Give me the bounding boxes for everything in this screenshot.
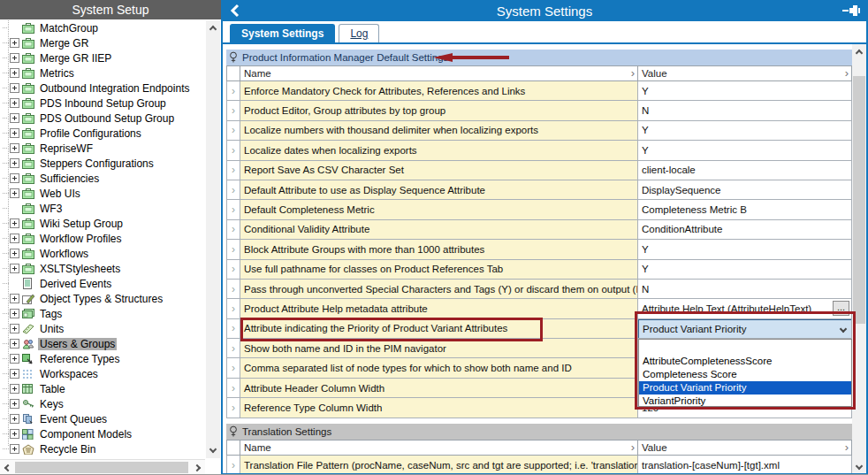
setting-value-cell[interactable]: N [638, 280, 852, 299]
row-expander-icon[interactable]: › [226, 358, 240, 378]
tree-item-pds-inbound-setup-group[interactable]: PDS Inbound Setup Group [0, 96, 205, 111]
setting-name-cell[interactable]: Enforce Mandatory Check for Attributes, … [240, 81, 638, 101]
setting-name-cell[interactable]: Use full pathname for classes on Product… [240, 260, 638, 280]
tree-item-matchgroup[interactable]: MatchGroup [0, 20, 205, 35]
tree-item-event-queues[interactable]: Event Queues [0, 411, 205, 426]
setting-value-cell[interactable]: Completeness Metric B [638, 200, 852, 219]
expand-plus-icon[interactable] [10, 354, 19, 364]
tree-vertical-scrollbar[interactable] [206, 20, 220, 458]
setting-name-cell[interactable]: Attribute indicating the Priority of Pro… [240, 319, 638, 339]
tree-item-component-models[interactable]: Component Models [0, 426, 205, 441]
expand-plus-icon[interactable] [10, 53, 19, 63]
tree-item-steppers-configurations[interactable]: Steppers Configurations [0, 156, 205, 171]
tree-item-workflows[interactable]: Workflows [0, 246, 205, 261]
setting-name-cell[interactable]: Report Save As CSV Character Set [240, 161, 638, 180]
expand-plus-icon[interactable] [10, 173, 19, 183]
column-header-value[interactable]: Value› [638, 440, 852, 456]
row-expander-icon[interactable]: › [226, 456, 240, 473]
dropdown-option-completeness-score[interactable]: Completeness Score [639, 368, 851, 381]
tree-item-pds-outbound-setup-group[interactable]: PDS Outbound Setup Group [0, 111, 205, 126]
expand-plus-icon[interactable] [10, 218, 19, 228]
tree-item-reprisewf[interactable]: RepriseWF [0, 141, 205, 156]
row-expander-icon[interactable]: › [226, 319, 240, 339]
dropdown-option-blank[interactable] [639, 340, 851, 355]
dropdown-option-product-variant-priority[interactable]: Product Variant Priority [639, 381, 851, 395]
dropdown-option-variantpriority[interactable]: VariantPriority [639, 395, 851, 408]
setting-value-cell[interactable]: Attribute Help Text (AttributeHelpText).… [638, 299, 852, 318]
column-header-name[interactable]: Name› [240, 440, 638, 456]
expand-plus-icon[interactable] [10, 83, 19, 93]
section-header-translation[interactable]: Translation Settings [226, 424, 852, 440]
row-expander-icon[interactable]: › [226, 81, 240, 101]
tree-item-workspaces[interactable]: Workspaces [0, 366, 205, 381]
expand-plus-icon[interactable] [10, 399, 19, 409]
setting-name-cell[interactable]: Localize numbers with thousand delimiter… [240, 121, 638, 141]
setting-name-cell[interactable]: Product Editor, Group attributes by top … [240, 101, 638, 120]
row-expander-icon[interactable]: › [226, 200, 240, 219]
expand-plus-icon[interactable] [10, 339, 19, 349]
content-vertical-scrollbar[interactable] [852, 44, 866, 473]
scroll-down-icon[interactable] [206, 442, 220, 456]
row-expander-icon[interactable]: › [226, 339, 240, 358]
expand-plus-icon[interactable] [10, 98, 19, 108]
tree-item-workflow-profiles[interactable]: Workflow Profiles [0, 231, 205, 246]
sort-arrow-icon[interactable]: › [631, 443, 635, 452]
expand-plus-icon[interactable] [10, 143, 19, 153]
tree-item-merge-gr[interactable]: Merge GR [0, 35, 205, 50]
expand-plus-icon[interactable] [10, 264, 19, 273]
expand-plus-icon[interactable] [10, 369, 19, 379]
row-expander-icon[interactable]: › [226, 398, 240, 418]
dropdown-option-attributecompletenessscore[interactable]: AttributeCompletenessScore [639, 355, 851, 368]
tree-item-wiki-setup-group[interactable]: Wiki Setup Group [0, 216, 205, 231]
tree-item-xsltstylesheets[interactable]: XSLTStylesheets [0, 261, 205, 276]
row-expander-icon[interactable]: › [226, 240, 240, 259]
tree-item-sufficiencies[interactable]: Sufficiencies [0, 171, 205, 186]
setting-name-cell[interactable]: Reference Type Column Width [240, 398, 638, 418]
scroll-right-icon[interactable] [191, 460, 203, 475]
setting-value-cell[interactable]: Y [638, 240, 852, 259]
setting-name-cell[interactable]: Product Attribute Help metadata attribut… [240, 299, 638, 318]
expand-plus-icon[interactable] [10, 113, 19, 123]
column-header-value[interactable]: Value› [638, 65, 852, 81]
setting-name-cell[interactable]: Show both name and ID in the PIM navigat… [240, 339, 638, 358]
expand-plus-icon[interactable] [10, 414, 19, 424]
setting-value-cell[interactable]: Y [638, 141, 852, 160]
expand-plus-icon[interactable] [10, 128, 19, 138]
tree-item-reference-types[interactable]: Reference Types [0, 351, 205, 366]
setting-value-cell[interactable]: client-locale [638, 161, 852, 180]
sort-arrow-icon[interactable]: › [845, 443, 849, 452]
tree-item-recycle-bin[interactable]: Recycle Bin [0, 441, 205, 456]
tree-item-keys[interactable]: Keys [0, 396, 205, 411]
variant-priority-dropdown[interactable]: Product Variant Priority [638, 319, 852, 339]
column-header-name[interactable]: Name› [240, 65, 638, 81]
setting-name-cell[interactable]: Pass through unconverted Special Charact… [240, 280, 638, 299]
tree-horizontal-scrollbar[interactable] [0, 459, 205, 474]
expand-plus-icon[interactable] [10, 324, 19, 333]
row-expander-icon[interactable]: › [226, 101, 240, 120]
section-header-pim-defaults[interactable]: Product Information Manager Default Sett… [226, 50, 852, 65]
tree-item-object-types-structures[interactable]: Object Types & Structures [0, 291, 205, 306]
scroll-down-icon[interactable] [852, 459, 866, 473]
setting-value-cell[interactable]: Y [638, 260, 852, 280]
row-expander-icon[interactable]: › [226, 280, 240, 299]
setting-name-cell[interactable]: Attribute Header Column Width [240, 379, 638, 398]
scroll-left-icon[interactable] [2, 460, 14, 475]
tree-item-tags[interactable]: Tags [0, 306, 205, 321]
expand-plus-icon[interactable] [10, 384, 19, 394]
setting-name-cell[interactable]: Block Attribute Groups with more than 10… [240, 240, 638, 259]
setting-name-cell[interactable]: Default Completeness Metric [240, 200, 638, 219]
tree-item-wf3[interactable]: WF3 [0, 201, 205, 216]
scrollbar-thumb[interactable] [853, 76, 865, 324]
tree-item-web-uis[interactable]: Web UIs [0, 186, 205, 201]
expand-plus-icon[interactable] [10, 158, 19, 168]
row-expander-icon[interactable]: › [226, 299, 240, 318]
setting-value-cell[interactable]: Product Variant Priority [638, 319, 852, 339]
expand-plus-icon[interactable] [10, 429, 19, 439]
row-expander-icon[interactable]: › [226, 121, 240, 141]
setting-value-cell[interactable]: translation-[caseNum]-[tgt].xml [638, 456, 852, 473]
scrollbar-thumb[interactable] [15, 462, 188, 473]
back-button[interactable] [228, 4, 242, 18]
setting-name-cell[interactable]: Translation File Pattern (procName, case… [240, 456, 638, 473]
setting-name-cell[interactable]: Comma separated list of node types for w… [240, 358, 638, 378]
pin-icon[interactable] [841, 4, 861, 18]
